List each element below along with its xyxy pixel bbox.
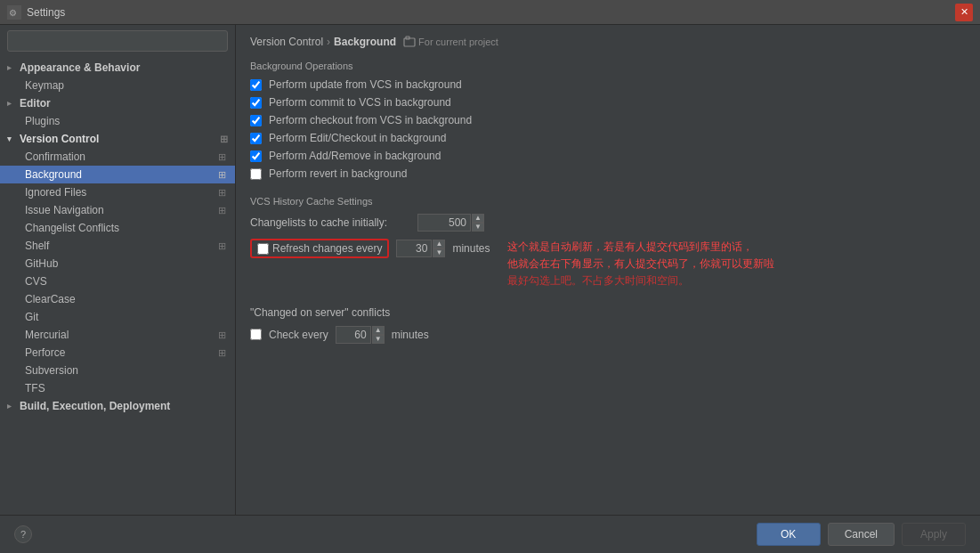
sidebar-label-shelf: Shelf bbox=[25, 240, 49, 252]
checkbox-label-update: Perform update from VCS in background bbox=[269, 78, 462, 91]
breadcrumb-part2: Background bbox=[334, 36, 396, 48]
dialog-footer: ? OK Cancel Apply bbox=[0, 515, 980, 553]
settings-icon-ignored: ⊞ bbox=[215, 186, 228, 199]
sidebar-tree: ▸ Appearance & Behavior Keymap ▸ Editor … bbox=[0, 57, 235, 515]
vcs-history-section: VCS History Cache Settings Changelists t… bbox=[250, 196, 966, 290]
dialog-body: ▸ Appearance & Behavior Keymap ▸ Editor … bbox=[0, 25, 980, 515]
sidebar-item-issue-navigation[interactable]: Issue Navigation ⊞ bbox=[0, 201, 235, 219]
checkbox-item-update: Perform update from VCS in background bbox=[250, 78, 966, 91]
changelists-spinner: 500 ▲ ▼ bbox=[417, 214, 484, 232]
help-button[interactable]: ? bbox=[14, 525, 32, 543]
sidebar-item-ignored-files[interactable]: Ignored Files ⊞ bbox=[0, 183, 235, 201]
changelists-row: Changelists to cache initially: 500 ▲ ▼ bbox=[250, 214, 966, 232]
check-every-spinner: ▲ ▼ bbox=[336, 326, 385, 344]
sidebar-item-github[interactable]: GitHub bbox=[0, 255, 235, 272]
sidebar-item-tfs[interactable]: TFS bbox=[0, 379, 235, 397]
sidebar-label-clearcase: ClearCase bbox=[25, 293, 76, 305]
sidebar-label-vc: Version Control bbox=[20, 133, 99, 145]
settings-icon-vc: ⊞ bbox=[220, 134, 228, 145]
changelists-input[interactable]: 500 bbox=[417, 214, 471, 232]
expand-icon-editor: ▸ bbox=[7, 99, 16, 108]
changelists-increment[interactable]: ▲ bbox=[472, 214, 484, 223]
refresh-spinner-btns: ▲ ▼ bbox=[433, 240, 445, 257]
checkbox-edit-checkout[interactable] bbox=[250, 133, 262, 144]
refresh-decrement[interactable]: ▼ bbox=[433, 248, 445, 257]
sidebar: ▸ Appearance & Behavior Keymap ▸ Editor … bbox=[0, 25, 236, 515]
ok-button[interactable]: OK bbox=[757, 523, 821, 546]
sidebar-label-confirmation: Confirmation bbox=[25, 150, 85, 163]
bg-operations-header: Background Operations bbox=[250, 61, 966, 71]
sidebar-item-keymap[interactable]: Keymap bbox=[0, 77, 235, 94]
sidebar-label-cvs: CVS bbox=[25, 275, 47, 288]
refresh-input[interactable] bbox=[396, 240, 432, 257]
main-content: Version Control › Background For current… bbox=[236, 25, 980, 515]
sidebar-item-appearance[interactable]: ▸ Appearance & Behavior bbox=[0, 59, 235, 77]
expand-icon-appearance: ▸ bbox=[7, 63, 16, 72]
svg-text:⚙: ⚙ bbox=[9, 8, 17, 18]
cancel-button[interactable]: Cancel bbox=[828, 523, 895, 546]
sidebar-label-perforce: Perforce bbox=[25, 346, 65, 359]
expand-icon-build: ▸ bbox=[7, 402, 16, 411]
check-every-row: Check every ▲ ▼ minutes bbox=[250, 326, 966, 344]
settings-icon-background: ⊞ bbox=[215, 168, 228, 181]
settings-icon-confirmation: ⊞ bbox=[215, 150, 228, 163]
check-every-label: Check every bbox=[269, 329, 328, 341]
refresh-row: Refresh changes every ▲ ▼ minutes bbox=[250, 239, 490, 258]
checkbox-item-checkout: Perform checkout from VCS in background bbox=[250, 114, 966, 126]
annotation-line1: 这个就是自动刷新，若是有人提交代码到库里的话， bbox=[507, 239, 774, 256]
sidebar-label-changelist-conflicts: Changelist Conflicts bbox=[25, 222, 119, 234]
sidebar-label-github: GitHub bbox=[25, 257, 58, 270]
settings-dialog: ▸ Appearance & Behavior Keymap ▸ Editor … bbox=[0, 25, 980, 553]
sidebar-label-ignored-files: Ignored Files bbox=[25, 186, 86, 199]
refresh-annotation-row: Refresh changes every ▲ ▼ minutes 这个就是 bbox=[250, 239, 966, 290]
project-badge: For current project bbox=[403, 36, 498, 48]
apply-button[interactable]: Apply bbox=[902, 523, 966, 546]
sidebar-item-perforce[interactable]: Perforce ⊞ bbox=[0, 344, 235, 362]
sidebar-item-confirmation[interactable]: Confirmation ⊞ bbox=[0, 148, 235, 166]
sidebar-label-build: Build, Execution, Deployment bbox=[20, 400, 170, 412]
sidebar-item-changelist-conflicts[interactable]: Changelist Conflicts bbox=[0, 219, 235, 237]
window-title: Settings bbox=[27, 6, 955, 19]
check-every-input[interactable] bbox=[336, 326, 371, 344]
breadcrumb-separator: › bbox=[327, 36, 330, 48]
checkbox-revert[interactable] bbox=[250, 168, 262, 180]
sidebar-label-background: Background bbox=[25, 168, 82, 181]
checkbox-checkout[interactable] bbox=[250, 115, 262, 126]
expand-icon-vc: ▾ bbox=[7, 134, 16, 143]
sidebar-item-mercurial[interactable]: Mercurial ⊞ bbox=[0, 326, 235, 344]
sidebar-item-plugins[interactable]: Plugins bbox=[0, 112, 235, 130]
checkbox-check-every[interactable] bbox=[250, 329, 262, 340]
vcs-history-header: VCS History Cache Settings bbox=[250, 196, 966, 207]
checkbox-refresh[interactable] bbox=[257, 243, 269, 255]
annotation-box: 这个就是自动刷新，若是有人提交代码到库里的话， 他就会在右下角显示，有人提交代码… bbox=[507, 239, 774, 290]
checkbox-add-remove[interactable] bbox=[250, 150, 262, 162]
sidebar-item-version-control[interactable]: ▾ Version Control ⊞ bbox=[0, 130, 235, 148]
refresh-increment[interactable]: ▲ bbox=[433, 240, 445, 248]
sidebar-item-git[interactable]: Git bbox=[0, 308, 235, 326]
sidebar-item-clearcase[interactable]: ClearCase bbox=[0, 290, 235, 308]
conflicts-header: "Changed on server" conflicts bbox=[250, 306, 966, 319]
sidebar-item-shelf[interactable]: Shelf ⊞ bbox=[0, 237, 235, 255]
sidebar-item-build[interactable]: ▸ Build, Execution, Deployment bbox=[0, 397, 235, 415]
checkbox-commit[interactable] bbox=[250, 97, 262, 109]
sidebar-item-editor[interactable]: ▸ Editor bbox=[0, 94, 235, 112]
check-every-increment[interactable]: ▲ bbox=[372, 326, 385, 335]
sidebar-item-cvs[interactable]: CVS bbox=[0, 272, 235, 290]
check-every-decrement[interactable]: ▼ bbox=[372, 335, 385, 344]
annotation-line2: 他就会在右下角显示，有人提交代码了，你就可以更新啦 bbox=[507, 256, 774, 272]
sidebar-item-background[interactable]: Background ⊞ bbox=[0, 166, 235, 183]
checkbox-update[interactable] bbox=[250, 79, 262, 91]
close-button[interactable]: ✕ bbox=[955, 4, 973, 21]
changelists-decrement[interactable]: ▼ bbox=[472, 223, 484, 232]
breadcrumb-part1: Version Control bbox=[250, 36, 323, 48]
search-input[interactable] bbox=[7, 30, 228, 52]
checkbox-label-edit-checkout: Perform Edit/Checkout in background bbox=[269, 132, 446, 144]
project-icon bbox=[403, 36, 416, 48]
sidebar-item-subversion[interactable]: Subversion bbox=[0, 362, 235, 379]
titlebar: ⚙ Settings ✕ bbox=[0, 0, 980, 25]
refresh-checkbox-box: Refresh changes every bbox=[250, 239, 389, 258]
settings-icon-issue-nav: ⊞ bbox=[215, 204, 228, 216]
sidebar-label-plugins: Plugins bbox=[25, 115, 60, 127]
check-every-spinner-btns: ▲ ▼ bbox=[372, 326, 385, 344]
sidebar-label-editor: Editor bbox=[20, 97, 51, 110]
